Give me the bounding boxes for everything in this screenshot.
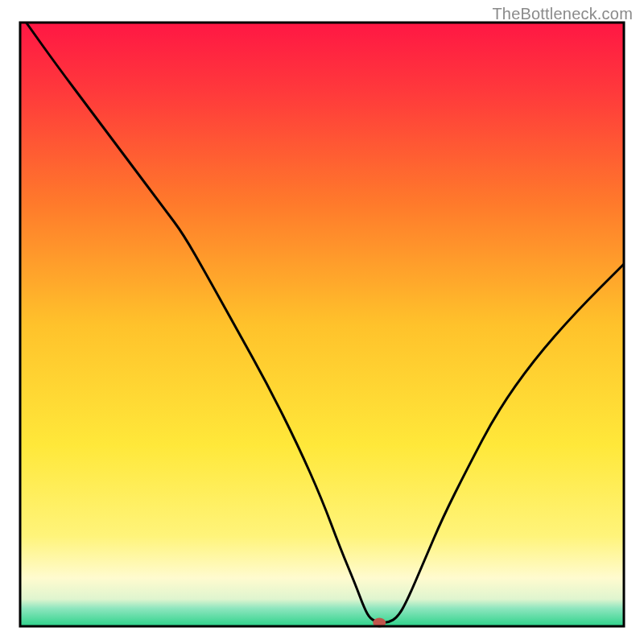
plot-background [20,23,624,626]
bottleneck-chart: TheBottleneck.com [0,0,644,644]
attribution-label: TheBottleneck.com [492,5,633,23]
chart-svg [0,0,644,644]
